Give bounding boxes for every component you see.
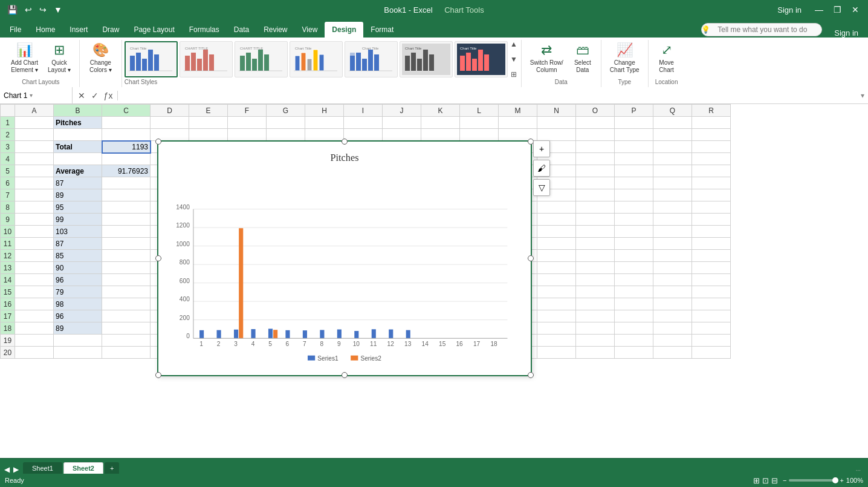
tab-home[interactable]: Home	[28, 22, 62, 38]
cell-17-r[interactable]	[692, 310, 731, 322]
cell-4-o[interactable]	[576, 153, 615, 165]
col-header-r[interactable]: R	[692, 105, 731, 117]
cell-12-r[interactable]	[692, 250, 731, 262]
cell-6-a[interactable]	[15, 177, 54, 189]
cell-7-c[interactable]	[102, 189, 151, 201]
gallery-scroll-up[interactable]: ▲	[509, 40, 519, 48]
col-header-a[interactable]: A	[15, 105, 54, 117]
switch-row-col-button[interactable]: ⇄ Switch Row/Column	[526, 40, 567, 76]
gallery-more[interactable]: ⊞	[509, 70, 519, 79]
confirm-formula-button[interactable]: ✓	[89, 91, 100, 100]
cell-4-r[interactable]	[692, 153, 731, 165]
tab-data[interactable]: Data	[227, 22, 256, 38]
cell-2-l[interactable]	[460, 129, 499, 141]
cell-19-b[interactable]	[54, 335, 102, 347]
cell-12-n[interactable]	[537, 250, 576, 262]
cell-13-n[interactable]	[537, 262, 576, 274]
cell-18-b[interactable]: 89	[54, 322, 102, 335]
tab-page-layout[interactable]: Page Layout	[126, 22, 181, 38]
cell-14-a[interactable]	[15, 274, 54, 286]
cell-1-d[interactable]	[151, 117, 189, 129]
grid-area[interactable]: A B C D E F G H I J K L M N O	[0, 104, 868, 487]
tab-insert[interactable]: Insert	[62, 22, 95, 38]
cell-8-b[interactable]: 95	[54, 201, 102, 214]
col-header-c[interactable]: C	[102, 105, 151, 117]
cell-13-r[interactable]	[692, 262, 731, 274]
cell-15-q[interactable]	[653, 286, 692, 298]
cell-2-o[interactable]	[576, 129, 615, 141]
window-controls[interactable]: — ❒ ✕	[811, 2, 863, 18]
cell-17-n[interactable]	[537, 310, 576, 322]
cell-3-o[interactable]	[576, 141, 615, 153]
redo-icon[interactable]: ↪	[37, 4, 49, 16]
cell-1-k[interactable]	[421, 117, 460, 129]
cell-16-n[interactable]	[537, 298, 576, 310]
cell-12-p[interactable]	[615, 250, 653, 262]
cell-20-r[interactable]	[692, 347, 731, 359]
function-wizard-button[interactable]: ƒx	[103, 91, 114, 100]
chart-style-7[interactable]: Chart Title	[455, 41, 508, 77]
close-button[interactable]: ✕	[847, 2, 863, 18]
cell-2-q[interactable]	[653, 129, 692, 141]
sheet-scroll-controls[interactable]: ◀ ▶	[2, 465, 21, 474]
cell-15-o[interactable]	[576, 286, 615, 298]
chart-handle-bl[interactable]	[155, 372, 161, 378]
cell-5-q[interactable]	[653, 165, 692, 177]
cell-7-b[interactable]: 89	[54, 189, 102, 201]
cell-6-q[interactable]	[653, 177, 692, 189]
cell-17-p[interactable]	[615, 310, 653, 322]
add-sheet-button[interactable]: +	[105, 462, 119, 474]
cell-17-o[interactable]	[576, 310, 615, 322]
chart-style-4[interactable]: Chart Title	[290, 41, 343, 77]
cell-1-c[interactable]	[102, 117, 151, 129]
cell-10-o[interactable]	[576, 226, 615, 238]
col-header-f[interactable]: F	[228, 105, 267, 117]
cell-11-r[interactable]	[692, 238, 731, 250]
add-chart-element-float-button[interactable]: +	[533, 140, 550, 157]
cell-14-n[interactable]	[537, 274, 576, 286]
customize-qat-icon[interactable]: ▼	[51, 4, 65, 16]
normal-view-button[interactable]: ⊞	[753, 476, 760, 485]
minimize-button[interactable]: —	[811, 2, 827, 18]
chart-handle-tl[interactable]	[155, 139, 161, 145]
zoom-in-button[interactable]: +	[840, 477, 843, 484]
cell-1-l[interactable]	[460, 117, 499, 129]
change-colors-button[interactable]: 🎨 ChangeColors ▾	[86, 40, 115, 76]
cell-9-c[interactable]	[102, 214, 151, 226]
cell-14-p[interactable]	[615, 274, 653, 286]
cell-16-a[interactable]	[15, 298, 54, 310]
chart-style-6[interactable]: Chart Title	[400, 41, 453, 77]
cell-12-b[interactable]: 85	[54, 250, 102, 262]
cell-17-a[interactable]	[15, 310, 54, 322]
cell-3-a[interactable]	[15, 141, 54, 153]
cell-18-a[interactable]	[15, 322, 54, 335]
signin-area[interactable]: Sign in	[827, 28, 866, 38]
cell-1-p[interactable]	[615, 117, 653, 129]
col-header-e[interactable]: E	[189, 105, 228, 117]
tab-design[interactable]: Design	[325, 22, 363, 38]
cell-19-p[interactable]	[615, 335, 653, 347]
cell-5-o[interactable]	[576, 165, 615, 177]
col-header-g[interactable]: G	[267, 105, 305, 117]
cell-20-q[interactable]	[653, 347, 692, 359]
cell-6-b[interactable]: 87	[54, 177, 102, 189]
cell-20-p[interactable]	[615, 347, 653, 359]
cell-8-r[interactable]	[692, 201, 731, 214]
change-chart-type-button[interactable]: 📈 ChangeChart Type	[606, 40, 643, 76]
sheet-tab-dots[interactable]: ···	[851, 467, 866, 474]
tab-file[interactable]: File	[2, 22, 28, 38]
page-layout-view-button[interactable]: ⊡	[762, 476, 769, 485]
cell-6-c[interactable]	[102, 177, 151, 189]
cell-20-n[interactable]	[537, 347, 576, 359]
cell-11-n[interactable]	[537, 238, 576, 250]
cell-9-n[interactable]	[537, 214, 576, 226]
cell-18-q[interactable]	[653, 322, 692, 335]
cell-1-q[interactable]	[653, 117, 692, 129]
cell-13-p[interactable]	[615, 262, 653, 274]
cell-16-q[interactable]	[653, 298, 692, 310]
cell-11-c[interactable]	[102, 238, 151, 250]
cell-18-r[interactable]	[692, 322, 731, 335]
cell-1-h[interactable]	[305, 117, 344, 129]
chart-style-2[interactable]: CHART TITLE	[180, 41, 233, 77]
cell-16-c[interactable]	[102, 298, 151, 310]
